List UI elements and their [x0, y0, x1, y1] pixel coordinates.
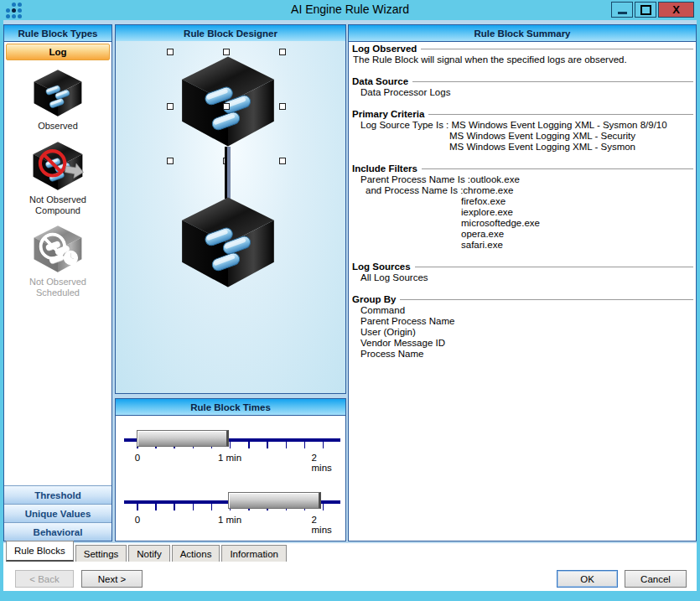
log-group-button[interactable]: Log	[6, 44, 110, 60]
selection-handle[interactable]	[279, 49, 286, 55]
next-button[interactable]: Next >	[81, 570, 143, 588]
time-range-bar[interactable]	[137, 430, 229, 447]
rule-block-1-time-slider: 0 1 min 2 mins	[116, 417, 345, 469]
tab-information[interactable]: Information	[221, 545, 287, 562]
window-title: AI Engine Rule Wizard	[0, 3, 700, 16]
minimize-button[interactable]	[611, 2, 633, 18]
maximize-icon	[640, 5, 651, 15]
tab-notify[interactable]: Notify	[128, 545, 169, 562]
selection-handle[interactable]	[167, 158, 174, 164]
summary-line: User (Origin)	[352, 327, 693, 338]
summary-body: Log ObservedThe Rule Block will signal w…	[352, 44, 693, 539]
designer-canvas[interactable]	[116, 41, 345, 393]
cancel-button[interactable]: Cancel	[625, 570, 687, 588]
tick-label: 0	[135, 453, 140, 463]
summary-section: Primary CriteriaLog Source Type Is : MS …	[352, 109, 693, 153]
summary-line: safari.exe	[352, 240, 693, 251]
close-icon: X	[672, 4, 680, 15]
summary-line: and Process Name Is :chrome.exe	[352, 185, 693, 196]
summary-section: Include FiltersParent Process Name Is :o…	[352, 163, 693, 251]
selection-handle[interactable]	[279, 158, 286, 164]
summary-section-title: Group By	[352, 294, 693, 305]
summary-line: All Log Sources	[352, 272, 693, 283]
rule-block-2-cube[interactable]	[178, 195, 278, 289]
minimize-icon	[618, 12, 627, 14]
summary-section-title: Log Observed	[352, 44, 693, 54]
summary-line: The Rule Block will signal when the spec…	[352, 54, 693, 65]
tick-label: 2 mins	[312, 515, 334, 535]
tab-actions[interactable]: Actions	[172, 545, 220, 562]
type-item-not-observed-scheduled[interactable]: Not Observed Scheduled	[4, 225, 111, 298]
group-button-threshold[interactable]: Threshold	[4, 485, 111, 504]
rule-block-times-panel: Rule Block Times 0 1 min 2 mins 0 1 min …	[115, 398, 346, 541]
observed-cube-icon	[30, 69, 86, 117]
type-item-observed[interactable]: Observed	[4, 69, 111, 132]
close-button[interactable]: X	[658, 2, 694, 18]
not-observed-compound-icon	[29, 141, 87, 191]
summary-line: Vendor Message ID	[352, 338, 693, 349]
type-item-label: Not Observed Compound	[4, 194, 111, 216]
summary-section-title: Log Sources	[352, 262, 693, 272]
rule-block-summary-header: Rule Block Summary	[349, 25, 696, 42]
selection-handle[interactable]	[167, 103, 174, 110]
summary-section: Log ObservedThe Rule Block will signal w…	[352, 44, 693, 65]
summary-line: microsoftedge.exe	[352, 218, 693, 229]
summary-line: Parent Process Name Is :outlook.exe	[352, 174, 693, 185]
summary-line: MS Windows Event Logging XML - Sysmon	[352, 142, 693, 153]
rule-block-types-panel: Rule Block Types Log Observed Not Observ…	[3, 24, 112, 541]
window-bottom-frame	[0, 591, 700, 601]
rule-block-2-time-slider: 0 1 min 2 mins	[116, 479, 345, 531]
type-item-not-observed-compound[interactable]: Not Observed Compound	[4, 141, 111, 216]
tick-label: 1 min	[218, 453, 241, 463]
rule-block-times-header: Rule Block Times	[116, 399, 345, 416]
summary-line: MS Windows Event Logging XML - Security	[352, 131, 693, 142]
rule-block-types-header: Rule Block Types	[4, 25, 111, 42]
rule-block-designer-panel: Rule Block Designer	[115, 24, 346, 394]
not-observed-scheduled-icon	[29, 225, 86, 273]
ok-button[interactable]: OK	[557, 570, 618, 588]
tick-label: 1 min	[218, 515, 241, 525]
block-connector-shadow	[227, 147, 231, 199]
back-button[interactable]: < Back	[15, 570, 74, 588]
summary-line: Command	[352, 305, 693, 316]
maximize-button[interactable]	[635, 2, 656, 18]
rule-block-summary-panel: Rule Block Summary Log ObservedThe Rule …	[348, 24, 697, 541]
summary-line: Data Processor Logs	[352, 87, 693, 98]
summary-section-title: Include Filters	[352, 163, 693, 174]
summary-line: iexplore.exe	[352, 207, 693, 218]
ai-engine-rule-wizard-window: AI Engine Rule Wizard X Rule Block Types…	[0, 0, 700, 601]
group-button-behavioral[interactable]: Behavioral	[4, 522, 111, 541]
summary-section: Data SourceData Processor Logs	[352, 76, 693, 98]
summary-section: Group ByCommandParent Process NameUser (…	[352, 294, 693, 360]
type-item-label: Observed	[4, 121, 111, 132]
wizard-tab-bar: Rule BlocksSettingsNotifyActionsInformat…	[6, 543, 288, 562]
rule-block-designer-header: Rule Block Designer	[116, 25, 345, 42]
summary-section: Log SourcesAll Log Sources	[352, 262, 693, 283]
rule-block-1-cube[interactable]	[178, 54, 278, 148]
summary-line: opera.exe	[352, 229, 693, 240]
time-range-bar[interactable]	[228, 492, 321, 509]
summary-line: Parent Process Name	[352, 316, 693, 327]
summary-line: Log Source Type Is : MS Windows Event Lo…	[352, 120, 693, 131]
type-group-buttons: Threshold Unique Values Behavioral	[4, 485, 111, 541]
tab-settings[interactable]: Settings	[75, 545, 127, 562]
group-button-unique-values[interactable]: Unique Values	[4, 504, 111, 522]
selection-handle[interactable]	[167, 49, 174, 55]
summary-section-title: Data Source	[352, 76, 693, 87]
tab-rule-blocks[interactable]: Rule Blocks	[6, 541, 74, 562]
title-bar: AI Engine Rule Wizard X	[0, 0, 700, 20]
selection-handle[interactable]	[279, 103, 286, 110]
type-item-label: Not Observed Scheduled	[4, 277, 111, 298]
summary-line: firefox.exe	[352, 196, 693, 207]
selection-handle[interactable]	[223, 103, 230, 110]
summary-line: Process Name	[352, 349, 693, 360]
summary-section-title: Primary Criteria	[352, 109, 693, 120]
tick-label: 2 mins	[312, 453, 334, 473]
tick-label: 0	[135, 515, 140, 525]
